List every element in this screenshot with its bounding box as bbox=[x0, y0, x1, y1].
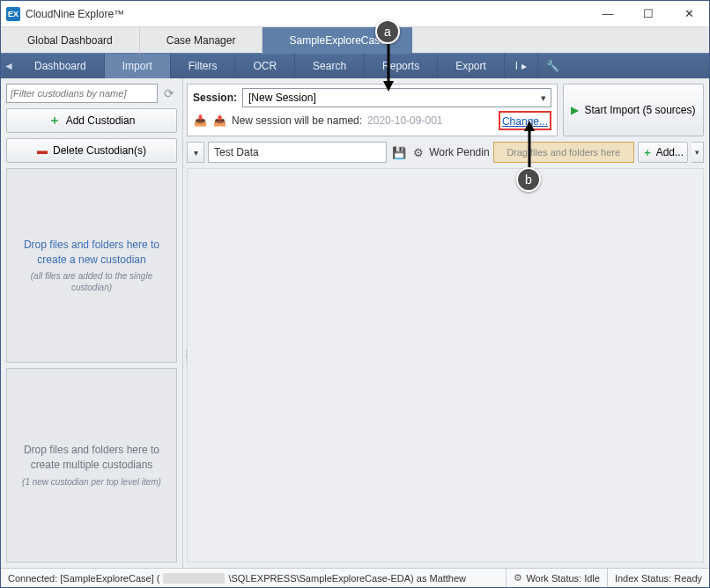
drag-files-hint: Drag files and folders here bbox=[507, 147, 620, 158]
status-work: ⚙ Work Status: Idle bbox=[507, 569, 608, 587]
delete-custodian-button[interactable]: ▬ Delete Custodian(s) bbox=[6, 138, 177, 163]
add-custodian-label: Add Custodian bbox=[66, 114, 136, 127]
session-export-icon[interactable]: 📤 bbox=[212, 114, 226, 128]
add-source-dropdown[interactable]: ▾ bbox=[692, 142, 704, 163]
plus-icon: ＋ bbox=[48, 113, 61, 129]
gear-icon[interactable]: ⚙ bbox=[411, 146, 425, 159]
gear-icon: ⚙ bbox=[514, 572, 522, 584]
statusbar: Connected: [SampleExploreCase] ( xxxxxxx… bbox=[1, 568, 709, 587]
status-index: Index Status: Ready bbox=[608, 569, 709, 587]
plus-icon: ＋ bbox=[642, 145, 653, 160]
custodian-filter-input[interactable] bbox=[6, 84, 158, 103]
drop-zone-multi-text: Drop files and folders here to create mu… bbox=[12, 443, 171, 473]
settings-wrench-icon[interactable]: 🔧 bbox=[538, 54, 568, 78]
drop-zone-single-text: Drop files and folders here to create a … bbox=[12, 238, 171, 268]
session-named-text: New session will be named: bbox=[232, 114, 362, 127]
work-pending-label: Work Pendin bbox=[429, 146, 489, 158]
import-canvas: ⋮⋮⋮ bbox=[187, 168, 704, 562]
window-title: CloudNine Explore™ bbox=[26, 8, 124, 20]
close-button[interactable]: ✕ bbox=[669, 1, 709, 27]
drop-zone-multi[interactable]: Drop files and folders here to create mu… bbox=[6, 368, 177, 562]
nav-more[interactable]: I ▸ bbox=[505, 54, 538, 78]
session-label: Session: bbox=[193, 92, 237, 104]
nav-dashboard[interactable]: Dashboard bbox=[17, 54, 105, 78]
session-panel: Session: [New Session] 📥 📤 New session w… bbox=[187, 84, 558, 136]
start-import-button[interactable]: ▶ Start Import (5 sources) bbox=[563, 84, 704, 136]
nav-filters[interactable]: Filters bbox=[171, 54, 236, 78]
play-icon: ▶ bbox=[571, 104, 579, 116]
top-tabs: Global Dashboard Case Manager SampleExpl… bbox=[1, 27, 709, 54]
tab-global-dashboard[interactable]: Global Dashboard bbox=[1, 27, 140, 54]
change-link[interactable]: Change... bbox=[502, 115, 548, 128]
add-source-button[interactable]: ＋ Add... bbox=[638, 142, 688, 163]
nav-ocr[interactable]: OCR bbox=[235, 54, 295, 78]
drag-files-target[interactable]: Drag files and folders here bbox=[493, 142, 634, 163]
navbar: ◄ Dashboard Import Filters OCR Search Re… bbox=[1, 54, 709, 78]
minus-icon: ▬ bbox=[37, 144, 48, 157]
app-icon: EX bbox=[6, 7, 20, 21]
status-redacted: xxxxxxxxxxxx bbox=[163, 573, 225, 584]
tab-case-manager[interactable]: Case Manager bbox=[140, 27, 263, 54]
add-source-label: Add... bbox=[656, 146, 684, 158]
tab-sample-explore-case[interactable]: SampleExploreCase bbox=[263, 27, 411, 54]
sidebar: ⟳ ＋ Add Custodian ▬ Delete Custodian(s) … bbox=[1, 78, 183, 568]
maximize-button[interactable]: ☐ bbox=[628, 1, 669, 27]
session-import-icon[interactable]: 📥 bbox=[193, 114, 207, 128]
drop-zone-single[interactable]: Drop files and folders here to create a … bbox=[6, 168, 177, 363]
add-custodian-button[interactable]: ＋ Add Custodian bbox=[6, 108, 177, 133]
nav-reports[interactable]: Reports bbox=[365, 54, 438, 78]
session-named-date: 2020-10-09-001 bbox=[367, 114, 442, 127]
nav-import[interactable]: Import bbox=[105, 54, 171, 78]
source-name-value: Test Data bbox=[214, 146, 259, 158]
body: ⟳ ＋ Add Custodian ▬ Delete Custodian(s) … bbox=[1, 78, 709, 568]
delete-custodian-label: Delete Custodian(s) bbox=[53, 144, 146, 157]
nav-export[interactable]: Export bbox=[438, 54, 505, 78]
start-import-label: Start Import (5 sources) bbox=[584, 104, 695, 116]
drop-zone-multi-sub: (1 new custodian per top level item) bbox=[22, 476, 161, 488]
titlebar: EX CloudNine Explore™ — ☐ ✕ bbox=[1, 1, 709, 27]
nav-search[interactable]: Search bbox=[295, 54, 365, 78]
minimize-button[interactable]: — bbox=[588, 1, 628, 27]
drop-zone-single-sub: (all files are added to the single custo… bbox=[12, 270, 171, 293]
status-connection: Connected: [SampleExploreCase] ( xxxxxxx… bbox=[1, 569, 507, 587]
source-name-field[interactable]: Test Data bbox=[208, 142, 387, 163]
expand-toggle[interactable]: ▾ bbox=[187, 142, 204, 163]
session-value: [New Session] bbox=[248, 92, 316, 104]
session-dropdown[interactable]: [New Session] bbox=[242, 88, 551, 107]
save-icon[interactable]: 💾 bbox=[390, 146, 408, 159]
main-area: Session: [New Session] 📥 📤 New session w… bbox=[183, 78, 709, 568]
splitter-grip-icon[interactable]: ⋮⋮⋮ bbox=[183, 352, 187, 379]
refresh-icon[interactable]: ⟳ bbox=[161, 85, 177, 101]
nav-left-arrow-icon[interactable]: ◄ bbox=[1, 54, 17, 78]
